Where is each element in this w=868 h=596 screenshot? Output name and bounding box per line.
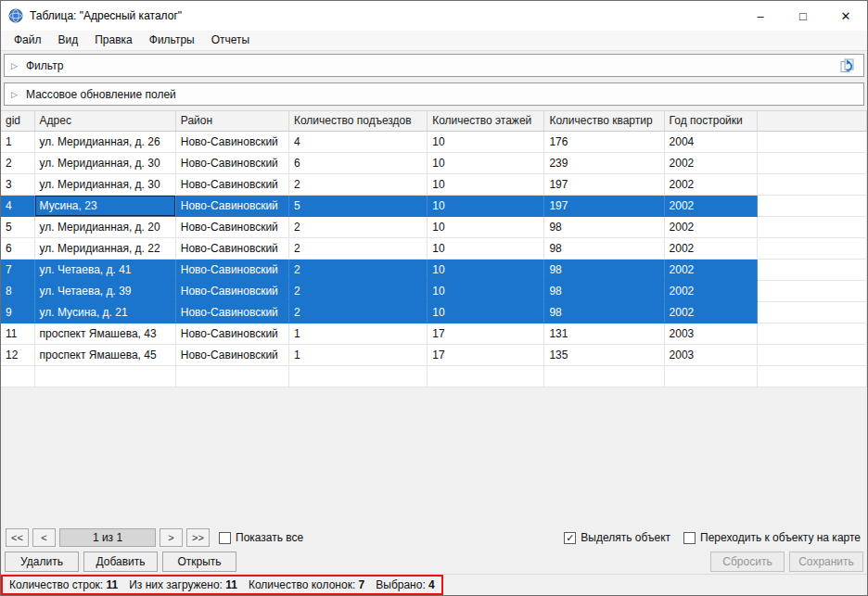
table-row-7[interactable]: 8ул. Четаева, д. 39Ново-Савиновский21098…: [1, 280, 867, 301]
table-row-0[interactable]: 1ул. Меридианная, д. 26Ново-Савиновский4…: [1, 131, 867, 152]
table-row-1[interactable]: 2ул. Меридианная, д. 30Ново-Савиновский6…: [1, 152, 867, 173]
cell-6-0[interactable]: 7: [1, 259, 34, 280]
column-header-0[interactable]: gid: [1, 111, 34, 131]
save-button[interactable]: Сохранить: [789, 552, 863, 572]
open-button[interactable]: Открыть: [162, 552, 236, 572]
cell-1-2[interactable]: Ново-Савиновский: [175, 152, 288, 173]
cell-1-6[interactable]: 2002: [664, 152, 757, 173]
filter-panel[interactable]: ▷ Фильтр: [4, 54, 864, 77]
cell-11-4[interactable]: [428, 365, 544, 387]
cell-7-4[interactable]: 10: [428, 280, 544, 301]
cell-1-1[interactable]: ул. Меридианная, д. 30: [34, 152, 175, 173]
cell-9-6[interactable]: 2003: [664, 323, 757, 344]
cell-8-1[interactable]: ул. Мусина, д. 21: [34, 301, 175, 323]
reset-button[interactable]: Сбросить: [710, 552, 785, 572]
table-row-9[interactable]: 11проспект Ямашева, 43Ново-Савиновский11…: [1, 323, 867, 344]
cell-11-0[interactable]: [1, 365, 34, 387]
cell-5-3[interactable]: 2: [288, 237, 427, 259]
cell-2-5[interactable]: 197: [544, 173, 664, 195]
goto-object-checkbox[interactable]: Переходить к объекту на карте: [683, 531, 861, 544]
maximize-button[interactable]: □: [782, 1, 824, 31]
menu-item-2[interactable]: Правка: [86, 31, 141, 50]
cell-10-5[interactable]: 135: [544, 344, 664, 365]
cell-3-0[interactable]: 4: [1, 195, 34, 216]
column-header-7[interactable]: [757, 111, 866, 131]
cell-3-3[interactable]: 5: [288, 195, 427, 216]
cell-5-2[interactable]: Ново-Савиновский: [175, 237, 288, 259]
cell-4-4[interactable]: 10: [428, 216, 544, 237]
menu-item-4[interactable]: Отчеты: [203, 31, 258, 50]
checkbox-box[interactable]: ✓: [564, 532, 576, 544]
table-row-6[interactable]: 7ул. Четаева, д. 41Ново-Савиновский21098…: [1, 259, 867, 280]
cell-3-5[interactable]: 197: [544, 195, 664, 216]
cell-6-6[interactable]: 2002: [664, 259, 757, 280]
cell-9-0[interactable]: 11: [1, 323, 34, 344]
cell-10-2[interactable]: Ново-Савиновский: [175, 344, 288, 365]
cell-4-2[interactable]: Ново-Савиновский: [175, 216, 288, 237]
cell-3-2[interactable]: Ново-Савиновский: [175, 195, 288, 216]
refresh-data-icon[interactable]: [840, 58, 857, 73]
cell-1-7[interactable]: [757, 152, 866, 173]
cell-4-6[interactable]: 2002: [664, 216, 757, 237]
cell-5-6[interactable]: 2002: [664, 237, 757, 259]
cell-10-0[interactable]: 12: [1, 344, 34, 365]
cell-10-7[interactable]: [757, 344, 866, 365]
cell-8-3[interactable]: 2: [288, 301, 427, 323]
cell-10-6[interactable]: 2003: [664, 344, 757, 365]
cell-6-5[interactable]: 98: [544, 259, 664, 280]
cell-0-6[interactable]: 2004: [664, 131, 757, 152]
column-header-2[interactable]: Район: [175, 111, 288, 131]
cell-0-5[interactable]: 176: [544, 131, 664, 152]
prev-page-button[interactable]: <: [32, 528, 56, 547]
column-header-5[interactable]: Количество квартир: [544, 111, 664, 131]
menu-item-0[interactable]: Файл: [6, 31, 50, 50]
cell-7-5[interactable]: 98: [544, 280, 664, 301]
cell-2-1[interactable]: ул. Меридианная, д. 30: [34, 173, 175, 195]
cell-6-7[interactable]: [757, 259, 866, 280]
cell-2-3[interactable]: 2: [288, 173, 427, 195]
column-header-1[interactable]: Адрес: [34, 111, 175, 131]
cell-2-4[interactable]: 10: [428, 173, 544, 195]
cell-0-7[interactable]: [757, 131, 866, 152]
checkbox-box[interactable]: [683, 532, 696, 544]
cell-11-5[interactable]: [544, 365, 664, 387]
cell-3-4[interactable]: 10: [428, 195, 544, 216]
cell-10-3[interactable]: 1: [288, 344, 427, 365]
minimize-button[interactable]: –: [739, 1, 782, 31]
cell-4-7[interactable]: [757, 216, 866, 237]
cell-1-3[interactable]: 6: [288, 152, 427, 173]
cell-11-6[interactable]: [664, 365, 757, 387]
first-page-button[interactable]: <<: [6, 528, 29, 547]
cell-3-7[interactable]: [757, 195, 866, 216]
mass-update-panel[interactable]: ▷ Массовое обновление полей: [4, 82, 864, 106]
cell-7-7[interactable]: [757, 280, 866, 301]
checkbox-box[interactable]: [219, 532, 231, 544]
cell-9-3[interactable]: 1: [288, 323, 427, 344]
cell-1-5[interactable]: 239: [544, 152, 664, 173]
menu-item-1[interactable]: Вид: [50, 31, 87, 50]
last-page-button[interactable]: >>: [186, 528, 210, 547]
delete-button[interactable]: Удалить: [5, 552, 79, 572]
cell-9-7[interactable]: [757, 323, 866, 344]
cell-0-0[interactable]: 1: [1, 131, 34, 152]
cell-5-0[interactable]: 6: [1, 237, 34, 259]
cell-9-2[interactable]: Ново-Савиновский: [175, 323, 288, 344]
cell-11-2[interactable]: [175, 365, 288, 387]
cell-0-2[interactable]: Ново-Савиновский: [175, 131, 288, 152]
cell-1-0[interactable]: 2: [1, 152, 34, 173]
cell-7-2[interactable]: Ново-Савиновский: [175, 280, 288, 301]
cell-0-4[interactable]: 10: [428, 131, 544, 152]
cell-11-7[interactable]: [757, 365, 866, 387]
chevron-right-icon[interactable]: ▷: [11, 61, 22, 70]
cell-10-1[interactable]: проспект Ямашева, 45: [34, 344, 175, 365]
cell-6-3[interactable]: 2: [288, 259, 427, 280]
cell-7-6[interactable]: 2002: [664, 280, 757, 301]
cell-3-1[interactable]: Мусина, 23: [34, 195, 175, 216]
column-header-6[interactable]: Год постройки: [664, 111, 757, 131]
cell-7-3[interactable]: 2: [288, 280, 427, 301]
cell-4-1[interactable]: ул. Меридианная, д. 20: [34, 216, 175, 237]
table-row-10[interactable]: 12проспект Ямашева, 45Ново-Савиновский11…: [1, 344, 867, 365]
cell-7-0[interactable]: 8: [1, 280, 34, 301]
highlight-object-checkbox[interactable]: ✓ Выделять объект: [564, 531, 670, 544]
cell-8-7[interactable]: [757, 301, 866, 323]
